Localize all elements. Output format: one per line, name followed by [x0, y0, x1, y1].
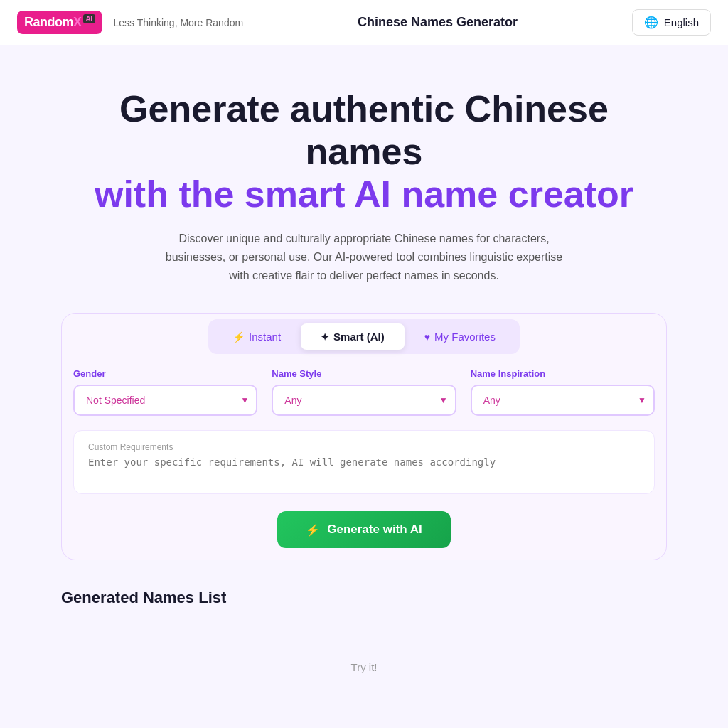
hero-section: Generate authentic Chinese names with th… [0, 46, 728, 313]
tab-instant-label: Instant [249, 331, 281, 343]
globe-icon: 🌐 [644, 16, 658, 29]
page-title: Chinese Names Generator [358, 15, 518, 30]
header: RandomXAI Less Thinking, More Random Chi… [0, 0, 728, 46]
name-inspiration-label: Name Inspiration [471, 368, 655, 379]
header-left: RandomXAI Less Thinking, More Random [17, 11, 243, 34]
gender-label: Gender [73, 368, 257, 379]
name-inspiration-group: Name Inspiration Any Nature Virtue Prosp… [471, 368, 655, 416]
tab-switcher: ⚡ Instant ✦ Smart (AI) ♥ My Favorites [208, 319, 520, 354]
gender-select[interactable]: Not Specified Male Female Neutral [73, 385, 257, 416]
hero-description: Discover unique and culturally appropria… [158, 230, 570, 284]
tagline: Less Thinking, More Random [114, 17, 244, 28]
tab-favorites[interactable]: ♥ My Favorites [405, 323, 515, 350]
name-inspiration-select-wrapper: Any Nature Virtue Prosperity Strength ▼ [471, 385, 655, 416]
name-style-select-wrapper: Any Traditional Modern Classic Elegant ▼ [272, 385, 456, 416]
results-empty: Try it! [61, 619, 667, 716]
custom-requirements-input[interactable] [88, 456, 640, 479]
generate-button-wrap: ⚡ Generate with AI [68, 508, 660, 554]
name-inspiration-select[interactable]: Any Nature Virtue Prosperity Strength [471, 385, 655, 416]
logo-x: X [73, 15, 82, 29]
custom-req-label: Custom Requirements [88, 442, 640, 452]
name-style-group: Name Style Any Traditional Modern Classi… [272, 368, 456, 416]
tab-and-form: ⚡ Instant ✦ Smart (AI) ♥ My Favorites Ge… [61, 313, 667, 560]
tab-instant[interactable]: ⚡ Instant [213, 323, 301, 350]
generate-icon: ⚡ [306, 523, 320, 537]
instant-icon: ⚡ [232, 331, 245, 343]
logo-badge: AI [83, 14, 95, 23]
language-button[interactable]: 🌐 English [632, 9, 711, 36]
tab-favorites-label: My Favorites [434, 331, 496, 343]
hero-heading-line2: with the smart AI name creator [95, 173, 633, 215]
results-section: Generated Names List Try it! [44, 589, 684, 716]
selects-row: Gender Not Specified Male Female Neutral… [68, 368, 660, 416]
main-card: ⚡ Instant ✦ Smart (AI) ♥ My Favorites Ge… [44, 313, 684, 560]
name-style-label: Name Style [272, 368, 456, 379]
generate-button[interactable]: ⚡ Generate with AI [277, 511, 451, 548]
hero-heading-line1: Generate authentic Chinese names [119, 88, 609, 172]
language-label: English [664, 16, 699, 28]
results-title: Generated Names List [61, 589, 667, 607]
hero-heading: Generate authentic Chinese names with th… [80, 88, 648, 215]
gender-group: Gender Not Specified Male Female Neutral… [73, 368, 257, 416]
tab-smart[interactable]: ✦ Smart (AI) [301, 323, 405, 350]
generate-button-label: Generate with AI [327, 523, 422, 537]
gender-select-wrapper: Not Specified Male Female Neutral ▼ [73, 385, 257, 416]
name-style-select[interactable]: Any Traditional Modern Classic Elegant [272, 385, 456, 416]
custom-requirements-box: Custom Requirements [73, 430, 655, 494]
tab-smart-label: Smart (AI) [333, 331, 385, 343]
favorites-icon: ♥ [424, 331, 430, 343]
logo: RandomXAI [17, 11, 102, 34]
smart-icon: ✦ [321, 331, 329, 343]
